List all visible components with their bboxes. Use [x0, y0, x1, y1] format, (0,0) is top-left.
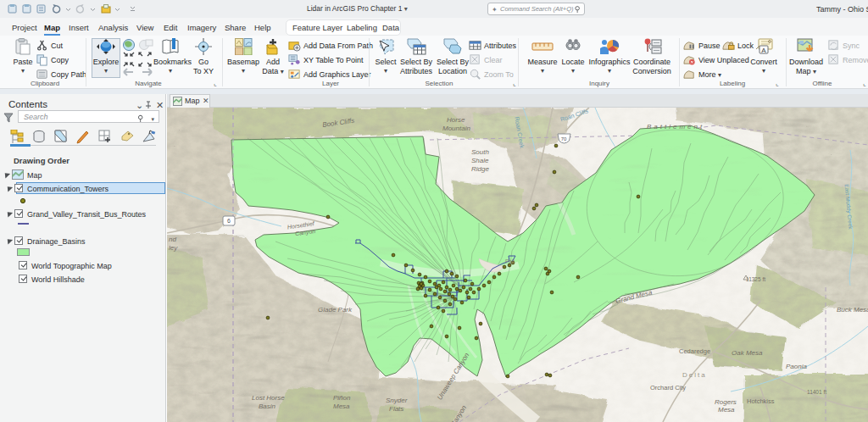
svg-text:Mountain: Mountain	[442, 125, 470, 132]
svg-text:Flats: Flats	[389, 405, 403, 413]
svg-text:ley: ley	[169, 244, 178, 252]
svg-text:Horse: Horse	[447, 116, 465, 124]
svg-text:Orchard City: Orchard City	[650, 384, 686, 391]
svg-text:Glade Park: Glade Park	[318, 306, 353, 314]
svg-text:11325 ft: 11325 ft	[746, 276, 765, 282]
svg-text:Buck Mesa: Buck Mesa	[837, 306, 868, 314]
svg-text:Cedaredge: Cedaredge	[679, 347, 710, 355]
svg-text:Battlement: Battlement	[647, 123, 704, 130]
svg-text:Mesa: Mesa	[333, 403, 350, 410]
svg-text:Hotchkiss: Hotchkiss	[747, 397, 775, 405]
svg-text:Pali: Pali	[505, 258, 515, 264]
svg-text:Basin: Basin	[259, 403, 276, 410]
svg-text:11401 ft: 11401 ft	[807, 389, 826, 395]
svg-text:A: A	[761, 47, 766, 54]
svg-text:Lost Horse: Lost Horse	[252, 394, 285, 402]
svg-text:Ridge: Ridge	[471, 165, 489, 173]
svg-text:South: South	[471, 148, 489, 156]
svg-text:6: 6	[227, 218, 231, 224]
svg-text:70: 70	[561, 136, 567, 142]
svg-text:Shale: Shale	[471, 157, 489, 164]
svg-text:Rogers: Rogers	[715, 398, 737, 406]
svg-text:nd: nd	[169, 236, 176, 243]
svg-text:Snyder: Snyder	[386, 397, 408, 404]
svg-text:Mesa: Mesa	[718, 406, 735, 414]
svg-text:Paonia: Paonia	[786, 363, 807, 370]
svg-text:Oak Mesa: Oak Mesa	[732, 349, 763, 357]
svg-text:Delta: Delta	[682, 371, 707, 379]
svg-text:Piñon: Piñon	[333, 394, 351, 402]
